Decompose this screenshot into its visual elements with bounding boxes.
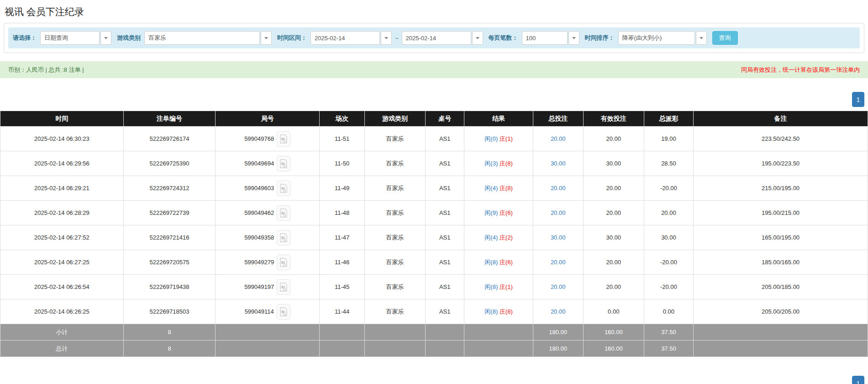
video-file-icon	[279, 283, 288, 292]
round-id-group: 599049358	[216, 230, 319, 245]
cell-valid-bet: 20.00	[583, 201, 644, 225]
cell-session: 11-49	[320, 176, 365, 201]
cell-valid-bet: 30.00	[583, 225, 644, 250]
video-replay-button[interactable]	[277, 304, 290, 320]
query-type-dropdown-button[interactable]	[100, 31, 111, 45]
table-row: 2025-02-14 06:29:56522269725390599049694…	[0, 151, 868, 176]
result-banker-value: 庄(1)	[500, 135, 513, 142]
total-bet-link[interactable]: 20.00	[551, 283, 566, 290]
round-id-group: 599049603	[216, 181, 319, 196]
page-size-dropdown-button[interactable]	[568, 31, 579, 45]
cell-round-id: 599049279	[216, 250, 320, 275]
total-bet-link[interactable]: 20.00	[551, 259, 566, 266]
cell-bet-id: 522269722739	[123, 201, 215, 225]
summary-count: 8	[123, 324, 215, 341]
cell-game-type: 百家乐	[364, 225, 425, 250]
column-header-4: 游戏类别	[364, 111, 425, 127]
search-button[interactable]: 查询	[712, 31, 738, 45]
summary-empty	[320, 341, 365, 357]
cell-round-id: 599049114	[216, 299, 320, 324]
date-from-dropdown-button[interactable]	[381, 31, 392, 45]
cell-result: 闲(8) 庄(1)	[464, 275, 533, 299]
cell-round-id: 599049197	[216, 275, 320, 299]
date-to-select[interactable]: 2025-02-14	[402, 31, 483, 45]
total-bet-link[interactable]: 20.00	[551, 135, 566, 142]
cell-table-no: AS1	[425, 250, 464, 275]
video-file-icon	[279, 159, 288, 168]
round-id-value: 599049462	[244, 209, 274, 216]
summary-empty	[216, 324, 320, 341]
cell-valid-bet: 20.00	[583, 127, 644, 151]
currency-summary-bar: 币别：人民币 | 总共 :8 注单 | 同局有效投注，统一计算在该局第一张注单内	[0, 61, 868, 78]
total-bet-link[interactable]: 30.00	[551, 234, 566, 241]
cell-table-no: AS1	[425, 275, 464, 299]
cell-time: 2025-02-14 06:27:25	[0, 250, 124, 275]
page-size-value[interactable]: 100	[522, 31, 568, 45]
result-player-value: 闲(4)	[484, 185, 498, 192]
video-replay-button[interactable]	[277, 156, 290, 171]
video-replay-button[interactable]	[277, 131, 290, 147]
cell-session: 11-51	[320, 127, 365, 151]
date-to-dropdown-button[interactable]	[472, 31, 483, 45]
cell-session: 11-47	[320, 225, 365, 250]
total-bet-link[interactable]: 30.00	[551, 160, 566, 167]
sort-select[interactable]: 降幂(由大到小)	[618, 31, 707, 45]
video-replay-button[interactable]	[277, 181, 290, 196]
game-type-dropdown-button[interactable]	[261, 31, 272, 45]
cell-total-bet: 20.00	[533, 127, 583, 151]
page-size-select[interactable]: 100	[522, 31, 579, 45]
page-1-button[interactable]: 1	[852, 92, 864, 107]
cell-total-bet: 30.00	[533, 225, 583, 250]
cell-bet-id: 522269718503	[123, 299, 215, 324]
cell-valid-bet: 20.00	[583, 250, 644, 275]
round-id-value: 599049279	[244, 259, 274, 266]
date-from-value[interactable]: 2025-02-14	[310, 31, 380, 45]
video-replay-button[interactable]	[277, 255, 290, 270]
date-to-value[interactable]: 2025-02-14	[402, 31, 471, 45]
result-player-value: 闲(4)	[484, 234, 498, 241]
total-bet-link[interactable]: 20.00	[551, 209, 566, 216]
video-file-icon	[279, 134, 288, 144]
betting-records-page: { "page": { "title": "视讯 会员下注纪录" }, "fil…	[0, 0, 868, 384]
cell-game-type: 百家乐	[364, 127, 425, 151]
chevron-down-icon	[572, 37, 576, 39]
cell-note: 195.00/223.50	[694, 151, 868, 176]
cell-payout: 20.00	[644, 201, 693, 225]
sort-value[interactable]: 降幂(由大到小)	[618, 31, 695, 45]
cell-valid-bet: 0.00	[583, 299, 644, 324]
currency-total-text: 币别：人民币 | 总共 :8 注单 |	[8, 66, 84, 74]
table-row: 2025-02-14 06:30:23522269726174599049768…	[0, 127, 868, 151]
round-id-group: 599049768	[216, 131, 319, 147]
column-header-7: 总投注	[533, 111, 583, 127]
date-from-select[interactable]: 2025-02-14	[310, 31, 392, 45]
round-id-group: 599049462	[216, 205, 319, 221]
cell-round-id: 599049768	[216, 127, 320, 151]
chevron-down-icon	[476, 37, 479, 39]
result-banker-value: 庄(2)	[500, 234, 513, 241]
total-bet-link[interactable]: 20.00	[551, 308, 566, 315]
query-type-select[interactable]: 日期查询	[40, 31, 111, 45]
cell-time: 2025-02-14 06:27:52	[0, 225, 124, 250]
page-1-button[interactable]: 1	[852, 376, 864, 384]
subtotal-row: 小计8180.00160.0037.50	[0, 324, 868, 341]
cell-session: 11-44	[320, 299, 365, 324]
sort-dropdown-button[interactable]	[696, 31, 707, 45]
game-type-value[interactable]: 百家乐	[144, 31, 260, 45]
video-replay-button[interactable]	[277, 205, 290, 221]
table-row: 2025-02-14 06:28:29522269722739599049462…	[0, 201, 868, 225]
column-header-5: 桌号	[425, 111, 464, 127]
summary-empty	[464, 341, 533, 357]
total-bet-link[interactable]: 20.00	[551, 185, 566, 192]
valid-bet-notice-text: 同局有效投注，统一计算在该局第一张注单内	[741, 66, 860, 74]
video-file-icon	[279, 307, 288, 316]
date-range-separator: ~	[395, 35, 399, 42]
round-id-value: 599049358	[244, 234, 274, 241]
game-type-select[interactable]: 百家乐	[144, 31, 272, 45]
video-replay-button[interactable]	[277, 230, 290, 245]
video-file-icon	[279, 233, 288, 242]
sort-label: 时间排序：	[585, 34, 615, 42]
video-replay-button[interactable]	[277, 279, 290, 295]
filter-panel: 请选择： 日期查询 游戏类别 百家乐 时间区间： 2025-02-14 ~ 20…	[4, 23, 864, 53]
cell-table-no: AS1	[425, 127, 464, 151]
query-type-value[interactable]: 日期查询	[40, 31, 100, 45]
